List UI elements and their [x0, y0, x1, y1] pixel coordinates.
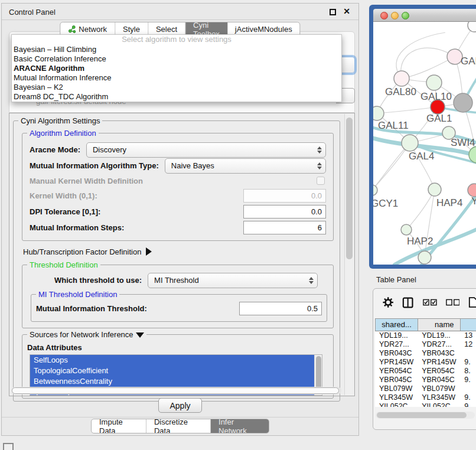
- document-icon[interactable]: [468, 296, 476, 308]
- manual-kernel-row: Manual Kernel Width Definition: [30, 174, 326, 188]
- cell: YBR043C: [375, 349, 418, 358]
- network-canvas[interactable]: GAL GAL80 GAL10 GAL1 GAL11 SWI4 GAL4 GCY…: [373, 22, 476, 265]
- network-node[interactable]: [428, 183, 441, 196]
- gear-icon[interactable]: [383, 296, 393, 308]
- table-row[interactable]: YLR345WYLR345W9.: [375, 393, 476, 402]
- settings-scrollpane: Cyni Algorithm Settings Algorithm Defini…: [9, 113, 355, 396]
- close-traffic-light-icon[interactable]: [380, 12, 388, 19]
- combo-value: Discovery: [93, 145, 126, 154]
- combo-value: Naive Bayes: [171, 161, 214, 170]
- scrollbar-thumb[interactable]: [346, 118, 353, 259]
- network-node[interactable]: [402, 135, 418, 151]
- cell: YLR345W: [418, 393, 460, 402]
- scrollbar-thumb[interactable]: [377, 412, 467, 418]
- network-node[interactable]: [418, 251, 431, 264]
- stepper-icon: [309, 277, 314, 284]
- settings-vertical-scrollbar[interactable]: [344, 114, 354, 395]
- cell: YER054C: [375, 367, 418, 376]
- list-item[interactable]: SelfLoops: [30, 355, 322, 366]
- kernel-width-row: Kernel Width (0,1):: [30, 188, 326, 204]
- aracne-mode-select[interactable]: Discovery: [86, 142, 326, 158]
- group-title: Cyni Algorithm Settings: [18, 116, 102, 125]
- column-header-partial[interactable]: [461, 319, 476, 331]
- node-attribute-table: shared... name YDL19...YDL19...13 YDR27.…: [375, 318, 476, 407]
- cell: YIL052C: [418, 402, 460, 407]
- minimized-panel-icon[interactable]: [3, 443, 14, 450]
- network-node[interactable]: [401, 224, 412, 235]
- mi-threshold-input[interactable]: [239, 302, 322, 315]
- which-threshold-select[interactable]: MI Threshold: [148, 273, 318, 288]
- split-columns-icon[interactable]: [402, 296, 413, 309]
- tab-label: Style: [123, 25, 140, 34]
- stepper-icon: [317, 162, 322, 169]
- cyni-algorithm-settings-group: Cyni Algorithm Settings Algorithm Defini…: [13, 120, 340, 402]
- table-row[interactable]: YBL079WYBL079W: [375, 384, 476, 393]
- table-row[interactable]: YER054CYER054C8.: [375, 367, 476, 376]
- algorithm-option[interactable]: Bayesian – Hill Climbing: [12, 45, 341, 54]
- network-node[interactable]: [454, 93, 472, 112]
- dpi-tolerance-input[interactable]: [243, 205, 326, 219]
- network-node[interactable]: [373, 106, 384, 120]
- table-row[interactable]: YDR27...YDR27...12: [375, 340, 476, 349]
- table-row[interactable]: YBR043CYBR043C: [375, 349, 476, 358]
- tab-infer-network[interactable]: Infer Network: [211, 419, 269, 433]
- aracne-mode-label: Aracne Mode:: [30, 145, 80, 154]
- algorithm-combo-right-end[interactable]: [341, 57, 355, 73]
- apply-button[interactable]: Apply: [158, 398, 202, 413]
- node-label: Y: [471, 195, 476, 207]
- network-icon: [68, 25, 76, 33]
- network-view-window[interactable]: GAL GAL80 GAL10 GAL1 GAL11 SWI4 GAL4 GCY…: [369, 5, 476, 269]
- table-horizontal-scrollbar[interactable]: [376, 412, 475, 419]
- network-node[interactable]: [468, 22, 476, 32]
- zoom-traffic-light-icon[interactable]: [402, 12, 409, 19]
- float-window-icon[interactable]: [330, 9, 336, 15]
- cell: 12: [460, 340, 476, 349]
- algorithm-dropdown-popup: Select algorithm to view settings Bayesi…: [11, 34, 342, 102]
- list-item[interactable]: BetweennessCentrality: [30, 376, 322, 387]
- cell: YBL079W: [375, 384, 418, 393]
- tab-discretize-data[interactable]: Discretize Data: [146, 419, 211, 433]
- algorithm-option[interactable]: Bayesian – K2: [12, 83, 341, 92]
- tab-impute-data[interactable]: Impute Data: [92, 419, 146, 433]
- hub-tf-definition-expander[interactable]: Hub/Transcription Factor Definition: [23, 244, 335, 259]
- table-row[interactable]: YPR145WYPR145W9.: [375, 358, 476, 367]
- manual-kernel-checkbox: [317, 177, 325, 185]
- divider: [2, 417, 358, 418]
- settings-horizontal-scrollbar[interactable]: [11, 387, 341, 394]
- deselect-all-checkboxes-icon[interactable]: [446, 299, 460, 306]
- dpi-tolerance-label: DPI Tolerance [0,1]:: [30, 207, 100, 216]
- network-node[interactable]: [394, 71, 409, 86]
- table-row-clipped[interactable]: YIL052CYIL052C9.: [375, 402, 476, 407]
- algorithm-option-selected[interactable]: ARACNE Algorithm: [12, 64, 341, 73]
- table-row[interactable]: YBR045CYBR045C9.: [375, 376, 476, 384]
- network-node[interactable]: [468, 184, 476, 197]
- close-icon[interactable]: ✕: [343, 6, 350, 16]
- expand-arrow-icon: [146, 247, 152, 256]
- column-header-shared-name[interactable]: shared...: [376, 319, 418, 331]
- network-window-titlebar[interactable]: [373, 9, 476, 22]
- table-row[interactable]: YDL19...YDL19...13: [375, 331, 476, 340]
- cell: YBL079W: [418, 384, 460, 393]
- table-panel: shared... name YDL19...YDL19...13 YDR27.…: [373, 288, 476, 430]
- minimize-traffic-light-icon[interactable]: [391, 12, 399, 19]
- list-item[interactable]: TopologicalCoefficient: [30, 366, 322, 376]
- kernel-width-label: Kernel Width (0,1):: [30, 191, 97, 200]
- stepper-icon: [317, 146, 322, 154]
- algorithm-option[interactable]: Mutual Information Inference: [12, 73, 341, 83]
- algorithm-option[interactable]: Dream8 DC_TDC Algorithm: [12, 92, 341, 102]
- sources-title: Sources for Network Inference: [30, 330, 133, 339]
- group-title: Sources for Network Inference: [27, 330, 146, 339]
- control-panel-titlebar: Control Panel ✕: [2, 4, 358, 20]
- mi-steps-input[interactable]: [243, 221, 326, 234]
- network-node[interactable]: [373, 185, 377, 195]
- cell: YDR27...: [375, 340, 418, 349]
- select-all-checkboxes-icon[interactable]: [423, 299, 437, 306]
- scrollbar-thumb[interactable]: [12, 387, 339, 394]
- column-header-name[interactable]: name: [418, 319, 461, 331]
- collapse-arrow-icon[interactable]: [136, 332, 144, 338]
- mi-type-select[interactable]: Naive Bayes: [165, 158, 326, 174]
- cell: 13: [460, 331, 476, 340]
- algorithm-option[interactable]: Basic Correlation Inference: [12, 54, 341, 64]
- network-node[interactable]: [426, 75, 442, 90]
- node-label: GAL11: [378, 120, 409, 132]
